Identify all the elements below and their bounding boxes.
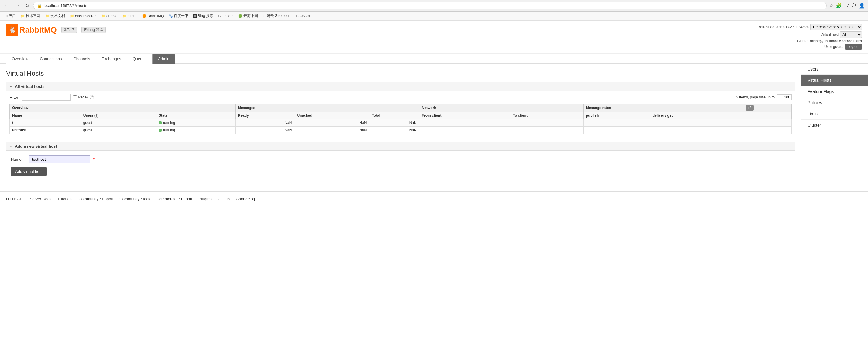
page-info: 2 items, page size up to [736, 94, 792, 100]
folder-icon: 📁 [21, 14, 25, 18]
col-to-client: To client [510, 112, 583, 119]
bookmark-label: 码云 Gitee.com [267, 13, 291, 19]
add-virtual-host-button[interactable]: Add virtual host [11, 167, 47, 176]
table-col-header-row: Name Users ? State Ready Unacked Total F… [10, 112, 792, 119]
tab-connections[interactable]: Connections [34, 54, 67, 64]
folder-icon: 📁 [45, 14, 50, 18]
browser-chrome: ← → ↻ 🔒 localhost:15672/#/vhosts ☆ 🧩 🛡 ⏱… [0, 0, 868, 11]
extensions-button[interactable]: 🧩 [836, 3, 842, 8]
sidebar-item-policies[interactable]: Policies [801, 97, 868, 108]
page-info-text: 2 items, page size up to [736, 95, 775, 99]
bookmark-github[interactable]: 📁 github [121, 13, 140, 19]
bookmark-gitee[interactable]: G 码云 Gitee.com [261, 13, 293, 19]
shield-button[interactable]: 🛡 [844, 3, 849, 8]
bookmark-oschina[interactable]: 🟢 开源中国 [237, 13, 260, 19]
bookmark-bing[interactable]: 🅱 Bing 搜索 [191, 13, 215, 19]
bookmark-label: RabbitMQ [147, 14, 164, 18]
sidebar-virtual-hosts-label: Virtual Hosts [808, 78, 832, 83]
bookmark-eureka[interactable]: 📁 eureka [99, 13, 119, 19]
sidebar-item-virtual-hosts[interactable]: Virtual Hosts [801, 75, 868, 86]
new-vhost-name-input[interactable] [29, 155, 90, 163]
footer-link-server-docs[interactable]: Server Docs [30, 197, 52, 201]
timer-button[interactable]: ⏱ [851, 3, 857, 8]
refresh-select[interactable]: Refresh every 5 seconds None Refresh eve… [810, 24, 862, 30]
virtual-host-select[interactable]: All / testhost [840, 31, 862, 38]
tab-channels[interactable]: Channels [67, 54, 96, 64]
virtual-host-label: Virtual host [820, 33, 839, 37]
tab-admin[interactable]: Admin [152, 54, 175, 64]
sidebar-limits-label: Limits [808, 112, 819, 116]
profile-button[interactable]: 👤 [859, 3, 865, 8]
bookmark-techsite[interactable]: 📁 技术官网 [19, 13, 42, 19]
user-name: guest [833, 45, 843, 49]
sidebar-item-cluster[interactable]: Cluster [801, 120, 868, 131]
tab-queues[interactable]: Queues [127, 54, 153, 64]
cluster-row: Cluster rabbit@lihuandeMacBook-Pro [758, 39, 862, 43]
tab-overview[interactable]: Overview [6, 54, 34, 64]
back-button[interactable]: ← [3, 2, 11, 9]
sidebar-item-feature-flags[interactable]: Feature Flags [801, 86, 868, 97]
vhost-unacked-cell: NaN [294, 119, 369, 126]
footer-link-plugins[interactable]: Plugins [198, 197, 212, 201]
erlang-badge: Erlang 21.3 [82, 27, 105, 33]
vhost-from-client-cell [419, 119, 510, 126]
bookmark-label: 技术文档 [51, 13, 65, 19]
vhost-users-cell: guest [81, 119, 156, 126]
footer-link-community-support[interactable]: Community Support [79, 197, 113, 201]
vhost-ready-cell: NaN [235, 126, 294, 134]
user-label: User [824, 45, 832, 49]
logo-section: 🐇 RabbitMQ 3.7.17 Erlang 21.3 [6, 24, 106, 36]
state-dot-icon [159, 121, 162, 124]
vhost-state-cell: running [156, 126, 236, 134]
col-publish: publish [583, 112, 650, 119]
state-badge: running [159, 121, 175, 125]
folder-icon: 📁 [70, 14, 74, 18]
all-vhosts-section-header[interactable]: ▼ All virtual hosts [6, 82, 795, 91]
col-unacked: Unacked [294, 112, 369, 119]
version-badge: 3.7.17 [61, 27, 77, 33]
bookmark-label: Bing 搜索 [197, 13, 213, 19]
footer-link-community-slack[interactable]: Community Slack [119, 197, 150, 201]
user-row: User guest Log out [758, 44, 862, 50]
network-group-header: Network [419, 104, 583, 112]
col-ready: Ready [235, 112, 294, 119]
table-row[interactable]: / guest running NaN NaN NaN [10, 119, 792, 126]
bookmark-google[interactable]: G Google [216, 13, 235, 19]
sidebar-item-limits[interactable]: Limits [801, 108, 868, 120]
tab-exchanges[interactable]: Exchanges [96, 54, 127, 64]
plus-minus-button[interactable]: +/- [746, 105, 754, 111]
sidebar-item-users[interactable]: Users [801, 64, 868, 75]
bookmark-elasticsearch[interactable]: 📁 elasticsearch [68, 13, 98, 19]
regex-help-icon[interactable]: ? [90, 95, 94, 99]
users-help-icon[interactable]: ? [94, 114, 98, 118]
footer-link-http-api[interactable]: HTTP API [6, 197, 24, 201]
footer-link-tutorials[interactable]: Tutorials [57, 197, 72, 201]
forward-button[interactable]: → [13, 2, 21, 9]
footer-link-commercial-support[interactable]: Commercial Support [157, 197, 193, 201]
footer-link-github[interactable]: GitHub [218, 197, 230, 201]
col-action [743, 112, 792, 119]
bookmark-star-button[interactable]: ☆ [829, 3, 833, 8]
regex-label: Regex [78, 95, 89, 99]
sidebar-policies-label: Policies [808, 100, 822, 105]
bookmark-apps[interactable]: ⊞ 应用 [3, 13, 18, 19]
bookmark-techdoc[interactable]: 📁 技术文档 [43, 13, 67, 19]
table-row[interactable]: testhost guest running NaN NaN NaN [10, 126, 792, 134]
folder-icon: 📁 [101, 14, 105, 18]
regex-checkbox[interactable] [73, 95, 77, 99]
bookmark-baidu[interactable]: 🐾 百度一下 [167, 13, 190, 19]
filter-input[interactable] [22, 94, 70, 101]
footer-link-changelog[interactable]: Changelog [236, 197, 255, 201]
bookmark-rabbitmq[interactable]: 🟠 RabbitMQ [141, 13, 166, 19]
all-vhosts-title: All virtual hosts [15, 84, 45, 89]
vhost-to-client-cell [510, 126, 583, 134]
col-name: Name [10, 112, 81, 119]
cluster-name: rabbit@lihuandeMacBook-Pro [810, 39, 862, 43]
bookmark-csdn[interactable]: C CSDN [294, 13, 312, 19]
page-size-input[interactable] [777, 94, 792, 100]
url-bar[interactable]: 🔒 localhost:15672/#/vhosts [33, 2, 827, 9]
vhost-name-cell: testhost [10, 126, 81, 134]
refresh-button[interactable]: ↻ [24, 2, 31, 9]
add-vhost-section-header[interactable]: ▼ Add a new virtual host [6, 142, 795, 151]
logout-button[interactable]: Log out [845, 44, 862, 50]
